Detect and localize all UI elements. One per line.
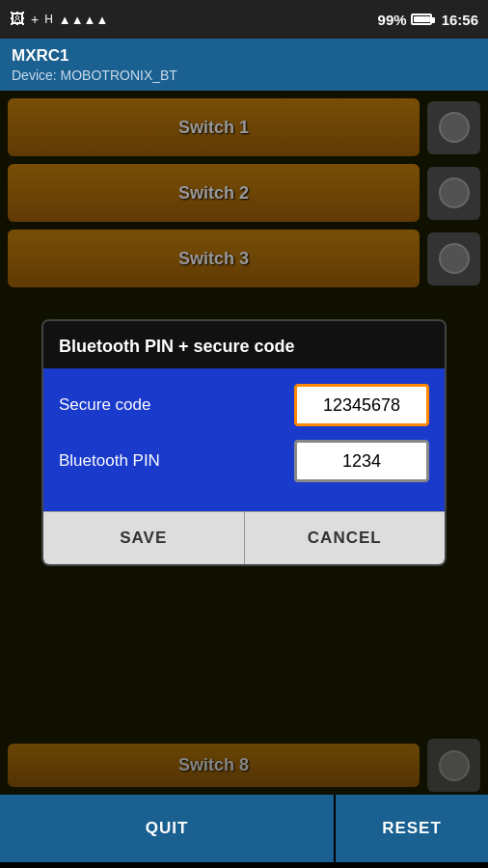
dialog-buttons: SAVE CANCEL: [43, 511, 445, 564]
clock: 16:56: [442, 12, 478, 28]
secure-code-label: Secure code: [59, 395, 294, 415]
bluetooth-pin-label: Bluetooth PIN: [59, 451, 294, 471]
signal-h-icon: H: [44, 13, 53, 26]
dialog-overlay: Bluetooth PIN + secure code Secure code …: [0, 91, 488, 795]
secure-code-input[interactable]: [294, 384, 429, 426]
device-name: Device: MOBOTRONIX_BT: [12, 68, 476, 83]
bluetooth-pin-field: Bluetooth PIN: [59, 440, 429, 482]
save-button[interactable]: SAVE: [43, 511, 244, 564]
dialog-title: Bluetooth PIN + secure code: [43, 321, 445, 368]
bluetooth-icon: +: [31, 12, 39, 27]
app-bar: MXRC1 Device: MOBOTRONIX_BT: [0, 39, 488, 91]
battery-icon: [411, 14, 432, 25]
status-bar: 🖼 + H ▲▲▲▲ 99% 16:56: [0, 0, 488, 39]
app-title: MXRC1: [12, 46, 476, 66]
secure-code-field: Secure code: [59, 384, 429, 426]
status-left: 🖼 + H ▲▲▲▲: [10, 11, 108, 28]
photo-icon: 🖼: [10, 11, 25, 28]
dialog-body: Secure code Bluetooth PIN: [43, 368, 445, 511]
main-content: Switch 1 Switch 2 Switch 3 Bluetooth PIN…: [0, 91, 488, 795]
status-right: 99% 16:56: [378, 12, 478, 28]
signal-bars-icon: ▲▲▲▲: [59, 13, 108, 27]
bluetooth-pin-dialog: Bluetooth PIN + secure code Secure code …: [41, 319, 447, 566]
quit-button[interactable]: QUIT: [0, 795, 334, 862]
reset-button[interactable]: RESET: [334, 795, 488, 862]
battery-percent: 99%: [378, 12, 407, 28]
bluetooth-pin-input[interactable]: [294, 440, 429, 482]
bottom-bar: QUIT RESET: [0, 795, 488, 862]
cancel-button[interactable]: CANCEL: [244, 511, 446, 564]
